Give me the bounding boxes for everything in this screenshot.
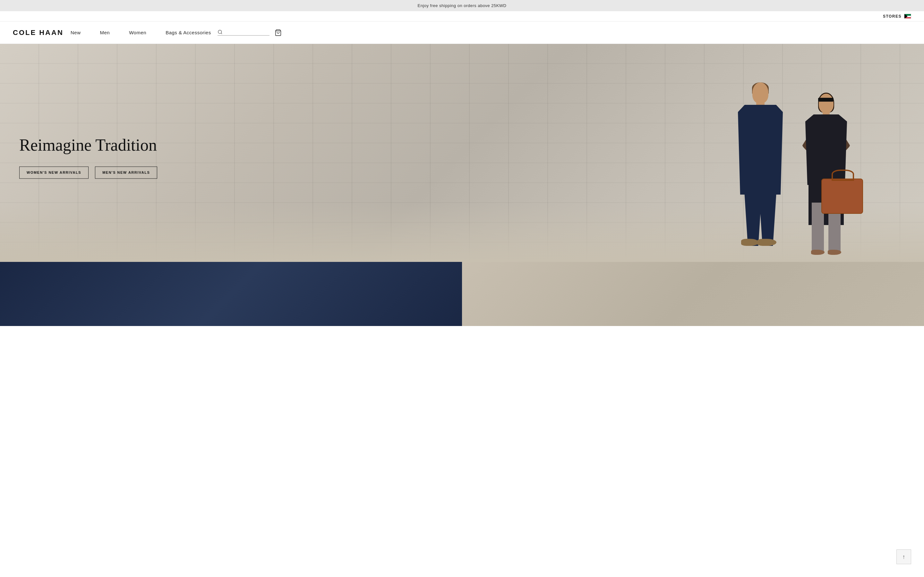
figure-woman xyxy=(802,82,866,262)
bottom-strips xyxy=(0,262,924,326)
nav-item-men[interactable]: Men xyxy=(100,28,110,37)
man-shoes xyxy=(738,228,783,246)
logo[interactable]: COLE HAAN xyxy=(13,29,71,37)
woman-head xyxy=(819,93,834,113)
top-banner-text: Enjoy free shipping on orders above 25KW… xyxy=(417,3,506,8)
bottom-strip-right xyxy=(462,262,924,326)
man-shoe-right xyxy=(757,239,776,246)
stores-bar: STORES xyxy=(0,11,924,21)
mens-new-arrivals-button[interactable]: MEN'S NEW ARRIVALS xyxy=(95,166,157,179)
hero-figures xyxy=(732,76,866,262)
hero-title: Reimagine Tradition xyxy=(19,135,157,155)
woman-shoe-left xyxy=(811,250,825,255)
woman-sunglasses xyxy=(818,98,834,102)
nav-item-women[interactable]: Women xyxy=(129,28,146,37)
figure-man xyxy=(732,76,802,262)
woman-bag xyxy=(821,179,863,214)
womens-new-arrivals-button[interactable]: WOMEN'S NEW ARRIVALS xyxy=(19,166,89,179)
svg-line-1 xyxy=(221,33,222,34)
header-actions xyxy=(211,29,282,36)
bag-handle xyxy=(832,169,854,181)
top-banner: Enjoy free shipping on orders above 25KW… xyxy=(0,0,924,11)
search-container[interactable] xyxy=(218,29,270,35)
search-input[interactable] xyxy=(225,30,270,35)
header: COLE HAAN New Men Women Bags & Accessori… xyxy=(0,21,924,44)
search-icon xyxy=(218,29,223,35)
man-body xyxy=(738,105,783,246)
cart-icon[interactable] xyxy=(275,29,282,36)
woman-shoe-right xyxy=(828,250,841,255)
hero-section: Reimagine Tradition WOMEN'S NEW ARRIVALS… xyxy=(0,44,924,262)
nav-item-new[interactable]: New xyxy=(71,28,81,37)
bottom-strip-left xyxy=(0,262,462,326)
svg-point-0 xyxy=(218,30,222,34)
nav-item-bags[interactable]: Bags & Accessories xyxy=(166,28,211,37)
kuwait-flag-icon xyxy=(904,14,911,19)
man-jacket xyxy=(738,105,783,195)
woman-body xyxy=(805,114,847,252)
main-nav: New Men Women Bags & Accessories xyxy=(71,28,211,37)
man-shoe-left xyxy=(741,239,759,246)
hero-content: Reimagine Tradition WOMEN'S NEW ARRIVALS… xyxy=(19,135,157,179)
hero-buttons: WOMEN'S NEW ARRIVALS MEN'S NEW ARRIVALS xyxy=(19,166,157,179)
stores-label[interactable]: STORES xyxy=(883,14,901,19)
